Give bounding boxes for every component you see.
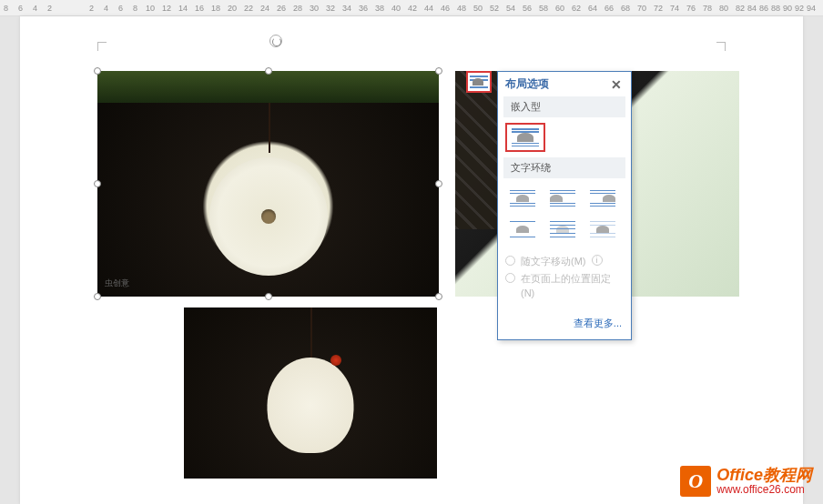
selected-image-1[interactable]: 虫创意 (97, 71, 439, 297)
radio-icon (505, 256, 515, 266)
close-icon[interactable]: ✕ (609, 77, 624, 92)
resize-handle-top-right[interactable] (435, 67, 442, 75)
option-wrap-square[interactable] (505, 186, 540, 211)
radio-icon (505, 273, 515, 283)
brand-watermark: O Office教程网 www.office26.com (680, 466, 812, 497)
resize-handle-middle-left[interactable] (94, 180, 101, 187)
wrap-front-icon (590, 221, 615, 237)
wrap-behind-icon (550, 221, 575, 237)
margin-guide-top-left (97, 42, 107, 51)
info-icon[interactable]: i (592, 255, 603, 266)
jade-buddha-photo (184, 307, 437, 479)
see-more-link[interactable]: 查看更多... (498, 313, 631, 339)
wrap-through-icon (590, 190, 615, 207)
radio-move-with-text: 随文字移动(M) i (505, 255, 624, 268)
option-wrap-through[interactable] (585, 186, 620, 211)
layout-inline-icon (470, 76, 488, 88)
image-2[interactable] (184, 307, 437, 479)
jade-ring-photo: 虫创意 (97, 71, 439, 297)
inline-with-text-icon (512, 128, 539, 146)
layout-options-popup: 布局选项 ✕ 嵌入型 文字环绕 随文字移动(M) (497, 71, 632, 340)
brand-url: www.office26.com (716, 484, 812, 496)
rotate-handle-icon[interactable] (269, 35, 282, 47)
option-wrap-topbottom[interactable] (505, 217, 540, 242)
radio-fix-position: 在页面上的位置固定(N) (505, 272, 624, 300)
resize-handle-top-left[interactable] (94, 67, 101, 75)
margin-guide-top-right (716, 42, 726, 51)
horizontal-ruler: 8642 24681012141618202224262830323436384… (0, 0, 823, 16)
popup-title: 布局选项 (505, 76, 549, 92)
option-wrap-behind[interactable] (545, 217, 580, 242)
resize-handle-top-middle[interactable] (265, 67, 272, 75)
watermark-text: 虫创意 (105, 277, 129, 289)
layout-options-button[interactable] (466, 71, 492, 93)
resize-handle-bottom-left[interactable] (94, 293, 101, 300)
brand-title: Office教程网 (716, 467, 812, 485)
option-wrap-front[interactable] (585, 217, 620, 242)
resize-handle-bottom-middle[interactable] (265, 293, 272, 300)
resize-handle-bottom-right[interactable] (435, 293, 442, 300)
wrap-tight-icon (550, 190, 575, 207)
brand-logo-icon: O (680, 466, 711, 497)
resize-handle-middle-right[interactable] (435, 180, 442, 187)
wrap-square-icon (510, 190, 535, 207)
section-wrap-label: 文字环绕 (503, 157, 625, 178)
document-page[interactable]: 虫创意 布局选项 ✕ 嵌入型 (20, 16, 803, 504)
option-inline-with-text[interactable] (505, 123, 545, 152)
option-wrap-tight[interactable] (545, 186, 580, 211)
wrap-topbottom-icon (510, 221, 535, 237)
section-inline-label: 嵌入型 (503, 96, 625, 117)
